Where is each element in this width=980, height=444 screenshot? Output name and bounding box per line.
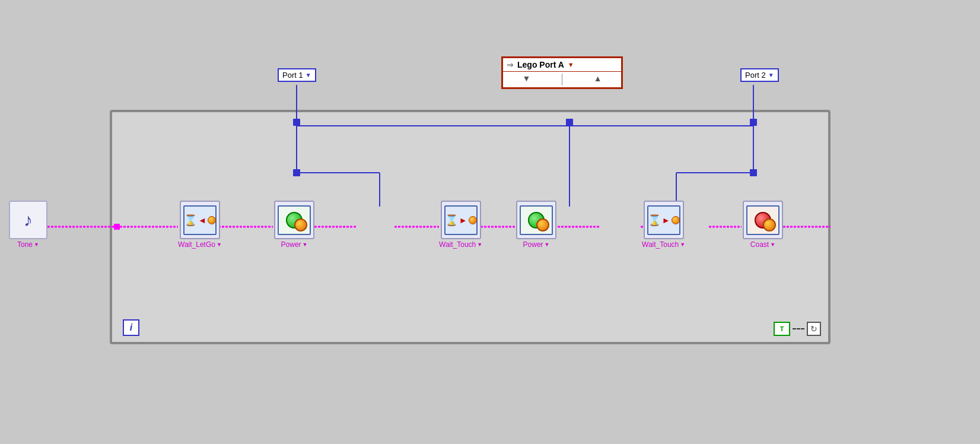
lego-port-dropdown[interactable]: ▼: [568, 61, 574, 68]
coast-label: Coast ▼: [750, 240, 775, 249]
power1-label: Power ▼: [281, 240, 308, 249]
lego-port-top: ⇒ Lego Port A ▼: [503, 58, 621, 72]
coast-block-inner: [746, 205, 779, 235]
power2-label: Power ▼: [523, 240, 550, 249]
wait-letgo-block[interactable]: ⌛ ◄: [180, 201, 220, 239]
arrow-left-icon: ◄: [198, 215, 206, 225]
orange-circle-coast: [763, 218, 776, 231]
port1-label[interactable]: Port 1 ▼: [278, 68, 316, 82]
wait-touch1-content: ⌛ ►: [445, 214, 477, 227]
tone-block[interactable]: ♪: [9, 201, 47, 239]
wait-touch1-wrapper: ⌛ ► Wait_Touch ▼: [439, 201, 482, 249]
wait-touch1-label: Wait_Touch ▼: [439, 240, 482, 249]
wait-letgo-inner: ⌛ ◄: [183, 205, 217, 235]
orange-circle-1: [294, 218, 307, 231]
port1-text: Port 1: [282, 71, 303, 80]
orange-dot-letgo: [208, 216, 216, 224]
wait-letgo-content: ⌛ ◄: [184, 214, 216, 227]
power2-wrapper: Power ▼: [516, 201, 556, 249]
info-icon: i: [123, 319, 139, 336]
power2-inner: [520, 205, 553, 235]
arrow-right-icon: ►: [459, 215, 467, 225]
wait-touch2-block[interactable]: ⌛ ►: [644, 201, 684, 239]
orange-dot-touch1: [469, 216, 477, 224]
wait-letgo-label: Wait_LetGo ▼: [178, 240, 222, 249]
lego-port-box[interactable]: ⇒ Lego Port A ▼ ▼ ▲: [501, 56, 623, 89]
power1-wrapper: Power ▼: [274, 201, 314, 249]
power2-block[interactable]: [516, 201, 556, 239]
wait-touch2-wrapper: ⌛ ► Wait_Touch ▼: [642, 201, 685, 249]
tone-label: Tone ▼: [17, 240, 39, 249]
coast-wrapper: Coast ▼: [743, 201, 783, 249]
power1-block[interactable]: [274, 201, 314, 239]
wait-touch2-inner: ⌛ ►: [647, 205, 680, 235]
orange-circle-2: [536, 218, 549, 231]
power1-inner: [278, 205, 311, 235]
bottom-right-icons: T ↻: [774, 322, 821, 336]
lego-up-arrow[interactable]: ▲: [594, 74, 602, 85]
lego-port-bottom: ▼ ▲: [503, 72, 621, 87]
port1-dropdown-arrow: ▼: [306, 72, 311, 78]
orange-dot-touch2: [672, 216, 680, 224]
wait-touch2-content: ⌛ ►: [648, 214, 680, 227]
wait-letgo-wrapper: ⌛ ◄ Wait_LetGo ▼: [178, 201, 222, 249]
coast-block[interactable]: [743, 201, 783, 239]
refresh-icon: ↻: [807, 322, 821, 336]
lego-port-title: Lego Port A: [517, 60, 564, 69]
dashed-connector: [793, 328, 804, 329]
tone-note-icon: ♪: [24, 210, 33, 230]
lego-down-arrow[interactable]: ▼: [522, 74, 530, 85]
wait-touch2-label: Wait_Touch ▼: [642, 240, 685, 249]
hourglass-icon-2: ⌛: [445, 214, 458, 227]
wait-touch1-inner: ⌛ ►: [444, 205, 478, 235]
canvas: Port 1 ▼ Port 2 ▼ ⇒ Lego Port A ▼ ▼ ▲ i …: [0, 0, 980, 444]
lego-port-icon: ⇒: [507, 60, 514, 69]
timer-box: T: [774, 322, 790, 336]
hourglass-icon: ⌛: [184, 214, 197, 227]
port2-label[interactable]: Port 2 ▼: [740, 68, 779, 82]
tone-block-wrapper: ♪ Tone ▼: [9, 201, 47, 249]
lego-divider: [562, 74, 562, 85]
wait-touch1-block[interactable]: ⌛ ►: [441, 201, 481, 239]
hourglass-icon-3: ⌛: [648, 214, 661, 227]
arrow-right-icon-2: ►: [662, 215, 670, 225]
port2-dropdown-arrow: ▼: [768, 72, 774, 78]
port2-text: Port 2: [745, 71, 766, 80]
